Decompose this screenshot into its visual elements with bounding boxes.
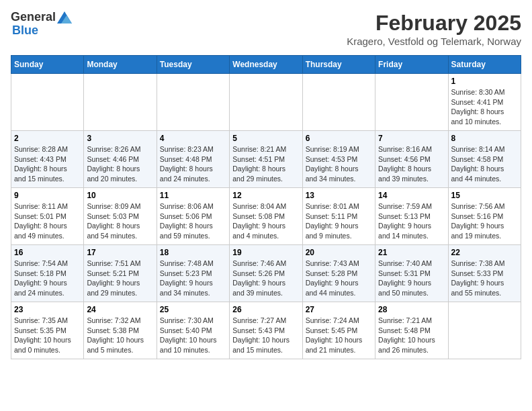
day-info: Sunrise: 8:21 AM Sunset: 4:51 PM Dayligh…	[232, 144, 299, 184]
day-number: 22	[451, 248, 518, 257]
weekday-header-thursday: Thursday	[302, 56, 375, 74]
day-info: Sunrise: 7:40 AM Sunset: 5:31 PM Dayligh…	[378, 259, 445, 298]
day-number: 16	[14, 248, 81, 257]
day-number: 20	[306, 248, 372, 257]
day-cell: 21Sunrise: 7:40 AM Sunset: 5:31 PM Dayli…	[375, 245, 448, 302]
title-area: February 2025 Kragero, Vestfold og Telem…	[347, 11, 521, 47]
day-info: Sunrise: 7:48 AM Sunset: 5:23 PM Dayligh…	[160, 259, 226, 298]
day-cell: 12Sunrise: 8:04 AM Sunset: 5:08 PM Dayli…	[230, 188, 302, 245]
day-cell: 19Sunrise: 7:46 AM Sunset: 5:26 PM Dayli…	[230, 245, 302, 302]
weekday-header-friday: Friday	[375, 56, 448, 74]
logo-blue: Blue	[11, 24, 72, 38]
day-cell: 22Sunrise: 7:38 AM Sunset: 5:33 PM Dayli…	[448, 245, 521, 302]
week-row-1: 1Sunrise: 8:30 AM Sunset: 4:41 PM Daylig…	[11, 74, 521, 131]
day-info: Sunrise: 7:43 AM Sunset: 5:28 PM Dayligh…	[306, 259, 372, 298]
weekday-header-monday: Monday	[84, 56, 157, 74]
day-cell	[157, 74, 229, 131]
day-cell: 5Sunrise: 8:21 AM Sunset: 4:51 PM Daylig…	[230, 131, 302, 188]
month-title: February 2025	[347, 11, 521, 36]
day-cell: 25Sunrise: 7:30 AM Sunset: 5:40 PM Dayli…	[157, 302, 229, 359]
day-cell: 7Sunrise: 8:16 AM Sunset: 4:56 PM Daylig…	[375, 131, 448, 188]
day-cell	[84, 74, 157, 131]
day-number: 1	[451, 77, 518, 86]
day-number: 18	[160, 248, 226, 257]
day-number: 12	[232, 191, 299, 200]
day-number: 28	[378, 305, 445, 314]
day-info: Sunrise: 7:27 AM Sunset: 5:43 PM Dayligh…	[232, 316, 299, 355]
day-number: 14	[378, 191, 445, 200]
day-info: Sunrise: 7:21 AM Sunset: 5:48 PM Dayligh…	[378, 316, 445, 355]
day-info: Sunrise: 8:16 AM Sunset: 4:56 PM Dayligh…	[378, 144, 445, 184]
day-info: Sunrise: 8:23 AM Sunset: 4:48 PM Dayligh…	[160, 144, 226, 184]
day-cell: 14Sunrise: 7:59 AM Sunset: 5:13 PM Dayli…	[375, 188, 448, 245]
weekday-header-saturday: Saturday	[448, 56, 521, 74]
day-cell: 15Sunrise: 7:56 AM Sunset: 5:16 PM Dayli…	[448, 188, 521, 245]
calendar-table: SundayMondayTuesdayWednesdayThursdayFrid…	[11, 55, 521, 359]
day-number: 26	[232, 305, 299, 314]
day-info: Sunrise: 8:01 AM Sunset: 5:11 PM Dayligh…	[306, 201, 372, 241]
day-cell: 17Sunrise: 7:51 AM Sunset: 5:21 PM Dayli…	[84, 245, 157, 302]
day-info: Sunrise: 8:11 AM Sunset: 5:01 PM Dayligh…	[14, 201, 81, 241]
day-cell: 27Sunrise: 7:24 AM Sunset: 5:45 PM Dayli…	[302, 302, 375, 359]
day-info: Sunrise: 8:06 AM Sunset: 5:06 PM Dayligh…	[160, 201, 226, 241]
week-row-4: 16Sunrise: 7:54 AM Sunset: 5:18 PM Dayli…	[11, 245, 521, 302]
day-number: 24	[87, 305, 153, 314]
day-cell: 18Sunrise: 7:48 AM Sunset: 5:23 PM Dayli…	[157, 245, 229, 302]
day-info: Sunrise: 8:26 AM Sunset: 4:46 PM Dayligh…	[87, 144, 153, 184]
day-number: 17	[87, 248, 153, 257]
day-info: Sunrise: 8:04 AM Sunset: 5:08 PM Dayligh…	[232, 201, 299, 241]
day-info: Sunrise: 7:32 AM Sunset: 5:38 PM Dayligh…	[87, 316, 153, 355]
day-info: Sunrise: 8:14 AM Sunset: 4:58 PM Dayligh…	[451, 144, 518, 184]
day-info: Sunrise: 7:46 AM Sunset: 5:26 PM Dayligh…	[232, 259, 299, 298]
logo: General Blue	[11, 11, 72, 38]
day-cell: 13Sunrise: 8:01 AM Sunset: 5:11 PM Dayli…	[302, 188, 375, 245]
day-info: Sunrise: 8:28 AM Sunset: 4:43 PM Dayligh…	[14, 144, 81, 184]
day-cell: 6Sunrise: 8:19 AM Sunset: 4:53 PM Daylig…	[302, 131, 375, 188]
header: General Blue February 2025 Kragero, Vest…	[11, 11, 521, 47]
day-cell: 3Sunrise: 8:26 AM Sunset: 4:46 PM Daylig…	[84, 131, 157, 188]
day-number: 11	[160, 191, 226, 200]
day-info: Sunrise: 7:38 AM Sunset: 5:33 PM Dayligh…	[451, 259, 518, 298]
day-info: Sunrise: 7:30 AM Sunset: 5:40 PM Dayligh…	[160, 316, 226, 355]
day-cell: 23Sunrise: 7:35 AM Sunset: 5:35 PM Dayli…	[11, 302, 84, 359]
day-number: 6	[306, 134, 372, 143]
day-info: Sunrise: 8:30 AM Sunset: 4:41 PM Dayligh…	[451, 87, 518, 127]
day-info: Sunrise: 7:51 AM Sunset: 5:21 PM Dayligh…	[87, 259, 153, 298]
day-cell	[448, 302, 521, 359]
day-number: 4	[160, 134, 226, 143]
weekday-header-wednesday: Wednesday	[230, 56, 302, 74]
day-cell: 11Sunrise: 8:06 AM Sunset: 5:06 PM Dayli…	[157, 188, 229, 245]
weekday-header-sunday: Sunday	[11, 56, 84, 74]
day-cell: 26Sunrise: 7:27 AM Sunset: 5:43 PM Dayli…	[230, 302, 302, 359]
logo-icon	[57, 11, 72, 24]
day-cell: 2Sunrise: 8:28 AM Sunset: 4:43 PM Daylig…	[11, 131, 84, 188]
day-number: 27	[306, 305, 372, 314]
day-number: 13	[306, 191, 372, 200]
day-number: 25	[160, 305, 226, 314]
day-cell: 1Sunrise: 8:30 AM Sunset: 4:41 PM Daylig…	[448, 74, 521, 131]
week-row-5: 23Sunrise: 7:35 AM Sunset: 5:35 PM Dayli…	[11, 302, 521, 359]
day-number: 3	[87, 134, 153, 143]
week-row-2: 2Sunrise: 8:28 AM Sunset: 4:43 PM Daylig…	[11, 131, 521, 188]
logo-general: General	[11, 11, 56, 24]
day-info: Sunrise: 7:54 AM Sunset: 5:18 PM Dayligh…	[14, 259, 81, 298]
day-info: Sunrise: 8:09 AM Sunset: 5:03 PM Dayligh…	[87, 201, 153, 241]
day-info: Sunrise: 7:56 AM Sunset: 5:16 PM Dayligh…	[451, 201, 518, 241]
week-row-3: 9Sunrise: 8:11 AM Sunset: 5:01 PM Daylig…	[11, 188, 521, 245]
day-cell: 28Sunrise: 7:21 AM Sunset: 5:48 PM Dayli…	[375, 302, 448, 359]
day-info: Sunrise: 7:59 AM Sunset: 5:13 PM Dayligh…	[378, 201, 445, 241]
day-info: Sunrise: 7:35 AM Sunset: 5:35 PM Dayligh…	[14, 316, 81, 355]
day-cell	[11, 74, 84, 131]
weekday-header-tuesday: Tuesday	[157, 56, 229, 74]
day-number: 7	[378, 134, 445, 143]
day-info: Sunrise: 7:24 AM Sunset: 5:45 PM Dayligh…	[306, 316, 372, 355]
day-cell: 16Sunrise: 7:54 AM Sunset: 5:18 PM Dayli…	[11, 245, 84, 302]
day-cell: 4Sunrise: 8:23 AM Sunset: 4:48 PM Daylig…	[157, 131, 229, 188]
day-cell: 8Sunrise: 8:14 AM Sunset: 4:58 PM Daylig…	[448, 131, 521, 188]
day-cell: 10Sunrise: 8:09 AM Sunset: 5:03 PM Dayli…	[84, 188, 157, 245]
day-number: 8	[451, 134, 518, 143]
day-number: 5	[232, 134, 299, 143]
day-cell: 9Sunrise: 8:11 AM Sunset: 5:01 PM Daylig…	[11, 188, 84, 245]
day-cell	[302, 74, 375, 131]
day-cell: 24Sunrise: 7:32 AM Sunset: 5:38 PM Dayli…	[84, 302, 157, 359]
